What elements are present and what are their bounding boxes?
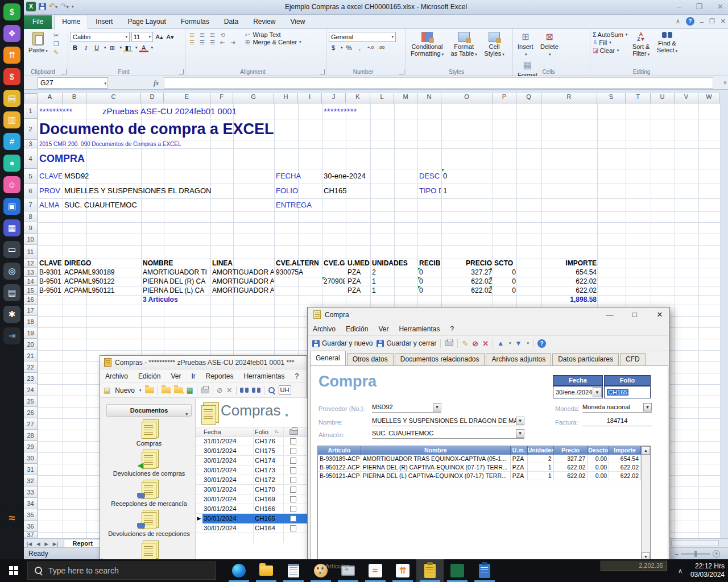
document-row-CH175[interactable]: 30/01/2024CH175 <box>196 446 308 456</box>
format-as-table-button[interactable]: Formatas Table▾ <box>449 31 479 59</box>
ribbon-tab-file[interactable]: File <box>24 15 52 30</box>
cell-B5[interactable]: MSD92 <box>64 169 89 184</box>
column-header-K[interactable]: K <box>346 93 370 103</box>
moneda-combo[interactable]: Moneda nacional▼ <box>582 402 652 413</box>
select-all-corner[interactable] <box>24 93 38 103</box>
column-header-D[interactable]: D <box>141 93 164 103</box>
cell-R15[interactable]: 622.02 <box>542 286 597 295</box>
products-icon[interactable]: ❖ <box>3 25 20 42</box>
network-icon[interactable]: ▦ <box>3 219 20 236</box>
dialog-titlebar[interactable]: Compra — □ ✕ <box>308 307 669 322</box>
almacen-combo[interactable]: SUC. CUAUHTEMOC▼ <box>372 429 524 439</box>
dialog-menu-edici-n[interactable]: Edición <box>341 325 373 333</box>
row-header-5[interactable]: 5 <box>24 169 38 184</box>
sheet-tab-report[interactable]: Report <box>64 539 101 547</box>
cell-J14[interactable]: 270908 <box>322 277 345 286</box>
row-header-25[interactable]: 25 <box>24 396 38 407</box>
purchase-docs-icon[interactable]: ▤ <box>3 90 20 107</box>
tray-expand-icon[interactable]: ∧ <box>678 567 682 575</box>
dialog-cancel-icon[interactable]: ⊘ <box>472 339 478 348</box>
cell-N5[interactable]: DESC <box>418 169 441 184</box>
cash-in-icon[interactable]: $ <box>3 3 20 20</box>
compras-menu-item[interactable]: ? <box>289 372 304 380</box>
ribbon-tab-formulas[interactable]: Formulas <box>173 15 217 30</box>
taskbar-clock[interactable]: 22:12 Hrs 03/03/2024 <box>690 562 725 579</box>
row-header-19[interactable]: 19 <box>24 327 38 339</box>
dialog-menu-archivo[interactable]: Archivo <box>308 325 341 333</box>
column-header-O[interactable]: O <box>441 93 493 103</box>
row-header-8[interactable]: 8 <box>24 211 38 222</box>
alignment-dialog-launcher[interactable] <box>320 69 325 74</box>
dialog-help-icon[interactable]: ? <box>537 339 546 348</box>
row-header-37[interactable]: 37 <box>24 532 38 538</box>
formula-bar-expand-icon[interactable]: ∨ <box>723 80 727 85</box>
document-row-CH165[interactable]: ▶30/01/2024CH165 <box>196 514 308 523</box>
format-painter-button[interactable]: ✎ <box>53 49 59 56</box>
cell-H12[interactable]: CVE.ALTERN <box>275 259 321 268</box>
column-header-Q[interactable]: Q <box>516 93 541 103</box>
cell-B12[interactable]: DIREGO <box>64 259 91 268</box>
ribbon-tab-view[interactable]: View <box>283 15 313 30</box>
cell-A7[interactable]: ALMA <box>38 198 62 211</box>
document-row-CH176[interactable]: 31/01/2024CH176 <box>196 436 308 446</box>
services-icon[interactable]: ✱ <box>3 306 20 323</box>
folio-input[interactable]: CH165 <box>604 386 651 398</box>
clear-button[interactable]: ◪Clear▾ <box>593 47 627 54</box>
bold-button[interactable]: B <box>71 43 80 52</box>
autosum-button[interactable]: ΣAutoSum▾ <box>593 31 627 38</box>
row-header-34[interactable]: 34 <box>24 498 38 509</box>
document-row-CH164[interactable]: 30/01/2024CH164 <box>196 523 308 533</box>
open-folder-icon[interactable] <box>145 387 154 393</box>
print-checkbox[interactable] <box>290 516 296 522</box>
column-header-I[interactable]: I <box>298 93 322 103</box>
document-row-CH170[interactable]: 30/01/2024CH170 <box>196 485 308 494</box>
cell-C1[interactable]: zPruebas ASE-CU 2024feb01 0001 <box>102 103 237 119</box>
cell-H13[interactable]: 930075A <box>276 268 303 277</box>
dialog-close-button[interactable]: ✕ <box>651 307 668 322</box>
ribbon-tab-review[interactable]: Review <box>246 15 283 30</box>
workbook-restore-button[interactable]: ❐ <box>709 18 715 25</box>
row-header-21[interactable]: 21 <box>24 350 38 361</box>
shrink-font-button[interactable]: A▾ <box>166 32 175 41</box>
cell-B13[interactable]: ACPAML930189 <box>64 268 115 277</box>
merge-center-button[interactable]: ⊞Merge & Center▾ <box>243 39 301 45</box>
fill-color-button[interactable]: ◧ <box>123 43 133 52</box>
savings-icon[interactable]: ● <box>3 155 20 172</box>
print-checkbox[interactable] <box>290 467 296 473</box>
number-format-combo[interactable]: General▾ <box>329 32 396 42</box>
decrease-decimal-button[interactable]: .00 <box>377 43 386 52</box>
cell-D12[interactable]: NOMBRE <box>143 259 173 268</box>
dialog-delete-icon[interactable]: ✕ <box>482 339 489 348</box>
row-header-31[interactable]: 31 <box>24 464 38 475</box>
conditional-formatting-button[interactable]: ConditionalFormatting▾ <box>408 31 446 59</box>
taskbar-search[interactable]: Type here to search <box>27 562 216 580</box>
cell-A2[interactable]: Documento de compra a EXCEL <box>39 119 274 140</box>
compras-menu-ver[interactable]: Ver <box>166 372 186 380</box>
row-header-22[interactable]: 22 <box>24 361 38 373</box>
cell-J5[interactable]: 30-ene-2024 <box>324 169 366 184</box>
row-header-14[interactable]: 14 <box>24 277 38 286</box>
column-header-A[interactable]: A <box>38 93 63 103</box>
row-header-15[interactable]: 15 <box>24 286 38 295</box>
nombre-combo[interactable]: MUELLES Y SUSPENSIONES EL DRAGON DE MANT… <box>372 416 524 426</box>
cell-A13[interactable]: B-9301 <box>38 268 62 277</box>
row-header-1[interactable]: 1 <box>24 103 38 119</box>
column-header-P[interactable]: P <box>493 93 516 103</box>
grid-row-B-950122-ACP[interactable]: B-950122-ACPPIERNA DEL (R) CAPTIVA-EQUIN… <box>318 463 641 472</box>
cell-D16[interactable]: 3 Artículos <box>143 295 178 305</box>
workbook-minimize-button[interactable]: – <box>700 18 704 25</box>
column-header-V[interactable]: V <box>675 93 698 103</box>
increase-indent-icon[interactable]: ⇥ <box>229 39 237 45</box>
quick-search-field[interactable]: UH <box>279 385 291 395</box>
zoom-out-icon[interactable]: − <box>675 551 679 558</box>
search-reports-icon[interactable]: ◎ <box>3 263 20 280</box>
cell-P14[interactable]: 0 <box>493 277 516 286</box>
new-document-icon[interactable]: ▤ <box>104 386 110 395</box>
cell-J12[interactable]: CVE.G <box>322 259 345 268</box>
grid-scrollbar[interactable]: ▲ ▼ <box>641 446 650 561</box>
accounting-format-button[interactable]: $ <box>329 43 338 52</box>
nav-item-devoluciones-de-compras[interactable]: ◀Devoluciones de compras <box>103 452 195 477</box>
cell-N14[interactable]: 0 <box>418 277 441 286</box>
next-record-icon[interactable]: ▼ <box>515 339 522 347</box>
document-row-CH166[interactable]: 30/01/2024CH166 <box>196 504 308 514</box>
